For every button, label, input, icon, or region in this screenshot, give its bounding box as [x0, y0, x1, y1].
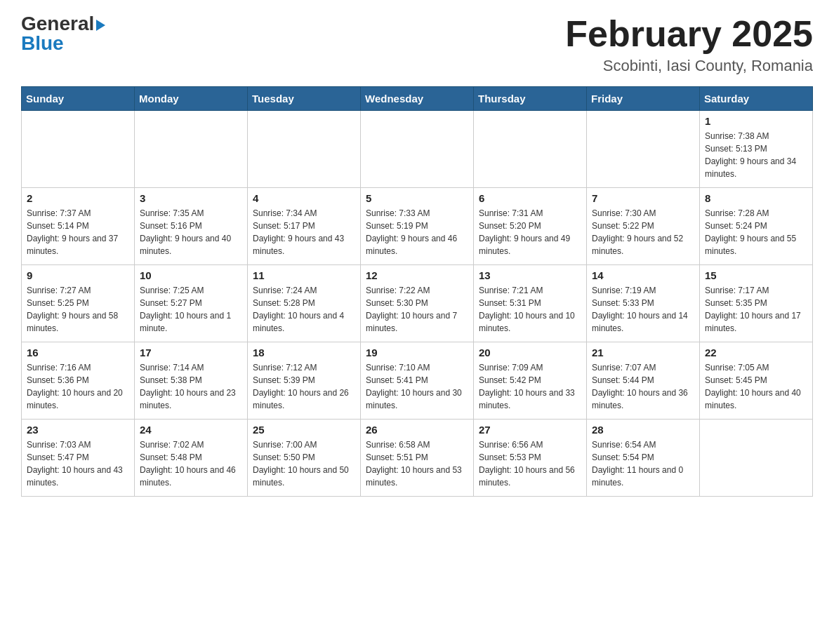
- calendar-day: [135, 111, 248, 188]
- calendar-day: 21Sunrise: 7:07 AMSunset: 5:44 PMDayligh…: [587, 342, 700, 420]
- calendar-day: 4Sunrise: 7:34 AMSunset: 5:17 PMDaylight…: [248, 188, 361, 265]
- day-info: Sunrise: 7:35 AMSunset: 5:16 PMDaylight:…: [140, 207, 242, 257]
- calendar-week-5: 23Sunrise: 7:03 AMSunset: 5:47 PMDayligh…: [22, 420, 813, 497]
- day-number: 9: [27, 269, 129, 281]
- calendar-day: 16Sunrise: 7:16 AMSunset: 5:36 PMDayligh…: [22, 342, 135, 420]
- calendar-day: 25Sunrise: 7:00 AMSunset: 5:50 PMDayligh…: [248, 420, 361, 497]
- calendar-day: 23Sunrise: 7:03 AMSunset: 5:47 PMDayligh…: [22, 420, 135, 497]
- calendar-day: 13Sunrise: 7:21 AMSunset: 5:31 PMDayligh…: [474, 265, 587, 342]
- day-number: 20: [479, 347, 581, 358]
- calendar-day: [22, 111, 135, 188]
- day-info: Sunrise: 7:33 AMSunset: 5:19 PMDaylight:…: [366, 207, 468, 257]
- calendar-day: 28Sunrise: 6:54 AMSunset: 5:54 PMDayligh…: [587, 420, 700, 497]
- col-saturday: Saturday: [700, 87, 813, 111]
- day-info: Sunrise: 7:30 AMSunset: 5:22 PMDaylight:…: [592, 207, 694, 257]
- logo: General Blue: [21, 14, 105, 53]
- logo-general-text: General: [21, 14, 105, 34]
- day-info: Sunrise: 7:03 AMSunset: 5:47 PMDaylight:…: [27, 438, 129, 489]
- calendar-day: [700, 420, 813, 497]
- calendar-day: 22Sunrise: 7:05 AMSunset: 5:45 PMDayligh…: [700, 342, 813, 420]
- col-wednesday: Wednesday: [361, 87, 474, 111]
- day-info: Sunrise: 7:24 AMSunset: 5:28 PMDaylight:…: [253, 284, 355, 335]
- day-number: 22: [705, 347, 807, 358]
- day-info: Sunrise: 7:37 AMSunset: 5:14 PMDaylight:…: [27, 207, 129, 257]
- day-info: Sunrise: 7:28 AMSunset: 5:24 PMDaylight:…: [705, 207, 807, 257]
- day-number: 4: [253, 192, 355, 204]
- day-number: 13: [479, 269, 581, 281]
- calendar-day: 8Sunrise: 7:28 AMSunset: 5:24 PMDaylight…: [700, 188, 813, 265]
- calendar-day: [587, 111, 700, 188]
- day-number: 19: [366, 347, 468, 358]
- day-number: 3: [140, 192, 242, 204]
- day-number: 6: [479, 192, 581, 204]
- calendar-day: 2Sunrise: 7:37 AMSunset: 5:14 PMDaylight…: [22, 188, 135, 265]
- day-info: Sunrise: 7:02 AMSunset: 5:48 PMDaylight:…: [140, 438, 242, 489]
- day-info: Sunrise: 7:31 AMSunset: 5:20 PMDaylight:…: [479, 207, 581, 257]
- calendar-day: 14Sunrise: 7:19 AMSunset: 5:33 PMDayligh…: [587, 265, 700, 342]
- day-info: Sunrise: 7:12 AMSunset: 5:39 PMDaylight:…: [253, 361, 355, 412]
- calendar-day: 1Sunrise: 7:38 AMSunset: 5:13 PMDaylight…: [700, 111, 813, 188]
- col-tuesday: Tuesday: [248, 87, 361, 111]
- day-number: 8: [705, 192, 807, 204]
- day-number: 24: [140, 424, 242, 436]
- calendar-day: [361, 111, 474, 188]
- day-info: Sunrise: 7:38 AMSunset: 5:13 PMDaylight:…: [705, 130, 807, 180]
- calendar-week-1: 1Sunrise: 7:38 AMSunset: 5:13 PMDaylight…: [22, 111, 813, 188]
- day-info: Sunrise: 7:16 AMSunset: 5:36 PMDaylight:…: [27, 361, 129, 412]
- calendar-week-2: 2Sunrise: 7:37 AMSunset: 5:14 PMDaylight…: [22, 188, 813, 265]
- logo-blue-text: Blue: [21, 34, 64, 53]
- calendar-week-4: 16Sunrise: 7:16 AMSunset: 5:36 PMDayligh…: [22, 342, 813, 420]
- day-number: 16: [27, 347, 129, 358]
- calendar-day: 19Sunrise: 7:10 AMSunset: 5:41 PMDayligh…: [361, 342, 474, 420]
- title-block: February 2025 Scobinti, Iasi County, Rom…: [565, 14, 813, 75]
- day-number: 23: [27, 424, 129, 436]
- day-info: Sunrise: 7:05 AMSunset: 5:45 PMDaylight:…: [705, 361, 807, 412]
- day-info: Sunrise: 7:22 AMSunset: 5:30 PMDaylight:…: [366, 284, 468, 335]
- day-number: 7: [592, 192, 694, 204]
- day-info: Sunrise: 7:17 AMSunset: 5:35 PMDaylight:…: [705, 284, 807, 335]
- calendar-header-row: Sunday Monday Tuesday Wednesday Thursday…: [22, 87, 813, 111]
- day-info: Sunrise: 7:07 AMSunset: 5:44 PMDaylight:…: [592, 361, 694, 412]
- calendar-day: 11Sunrise: 7:24 AMSunset: 5:28 PMDayligh…: [248, 265, 361, 342]
- calendar-day: 12Sunrise: 7:22 AMSunset: 5:30 PMDayligh…: [361, 265, 474, 342]
- calendar-day: 7Sunrise: 7:30 AMSunset: 5:22 PMDaylight…: [587, 188, 700, 265]
- day-number: 2: [27, 192, 129, 204]
- day-info: Sunrise: 7:25 AMSunset: 5:27 PMDaylight:…: [140, 284, 242, 335]
- day-number: 18: [253, 347, 355, 358]
- day-info: Sunrise: 7:21 AMSunset: 5:31 PMDaylight:…: [479, 284, 581, 335]
- calendar-day: 15Sunrise: 7:17 AMSunset: 5:35 PMDayligh…: [700, 265, 813, 342]
- day-info: Sunrise: 7:34 AMSunset: 5:17 PMDaylight:…: [253, 207, 355, 257]
- day-info: Sunrise: 6:58 AMSunset: 5:51 PMDaylight:…: [366, 438, 468, 489]
- calendar-day: 26Sunrise: 6:58 AMSunset: 5:51 PMDayligh…: [361, 420, 474, 497]
- calendar-week-3: 9Sunrise: 7:27 AMSunset: 5:25 PMDaylight…: [22, 265, 813, 342]
- day-number: 10: [140, 269, 242, 281]
- day-info: Sunrise: 7:19 AMSunset: 5:33 PMDaylight:…: [592, 284, 694, 335]
- col-monday: Monday: [135, 87, 248, 111]
- day-info: Sunrise: 7:27 AMSunset: 5:25 PMDaylight:…: [27, 284, 129, 335]
- calendar-day: [248, 111, 361, 188]
- calendar-day: 6Sunrise: 7:31 AMSunset: 5:20 PMDaylight…: [474, 188, 587, 265]
- day-number: 15: [705, 269, 807, 281]
- calendar-day: [474, 111, 587, 188]
- calendar-day: 5Sunrise: 7:33 AMSunset: 5:19 PMDaylight…: [361, 188, 474, 265]
- day-info: Sunrise: 6:54 AMSunset: 5:54 PMDaylight:…: [592, 438, 694, 489]
- day-number: 17: [140, 347, 242, 358]
- calendar-day: 3Sunrise: 7:35 AMSunset: 5:16 PMDaylight…: [135, 188, 248, 265]
- day-number: 25: [253, 424, 355, 436]
- calendar-table: Sunday Monday Tuesday Wednesday Thursday…: [21, 86, 813, 497]
- calendar-day: 9Sunrise: 7:27 AMSunset: 5:25 PMDaylight…: [22, 265, 135, 342]
- calendar-day: 24Sunrise: 7:02 AMSunset: 5:48 PMDayligh…: [135, 420, 248, 497]
- col-friday: Friday: [587, 87, 700, 111]
- day-number: 11: [253, 269, 355, 281]
- calendar-day: 17Sunrise: 7:14 AMSunset: 5:38 PMDayligh…: [135, 342, 248, 420]
- day-number: 5: [366, 192, 468, 204]
- day-info: Sunrise: 6:56 AMSunset: 5:53 PMDaylight:…: [479, 438, 581, 489]
- calendar-day: 20Sunrise: 7:09 AMSunset: 5:42 PMDayligh…: [474, 342, 587, 420]
- day-number: 26: [366, 424, 468, 436]
- col-thursday: Thursday: [474, 87, 587, 111]
- calendar-day: 18Sunrise: 7:12 AMSunset: 5:39 PMDayligh…: [248, 342, 361, 420]
- page-header: General Blue February 2025 Scobinti, Ias…: [21, 14, 813, 75]
- day-number: 1: [705, 115, 807, 127]
- col-sunday: Sunday: [22, 87, 135, 111]
- calendar-day: 10Sunrise: 7:25 AMSunset: 5:27 PMDayligh…: [135, 265, 248, 342]
